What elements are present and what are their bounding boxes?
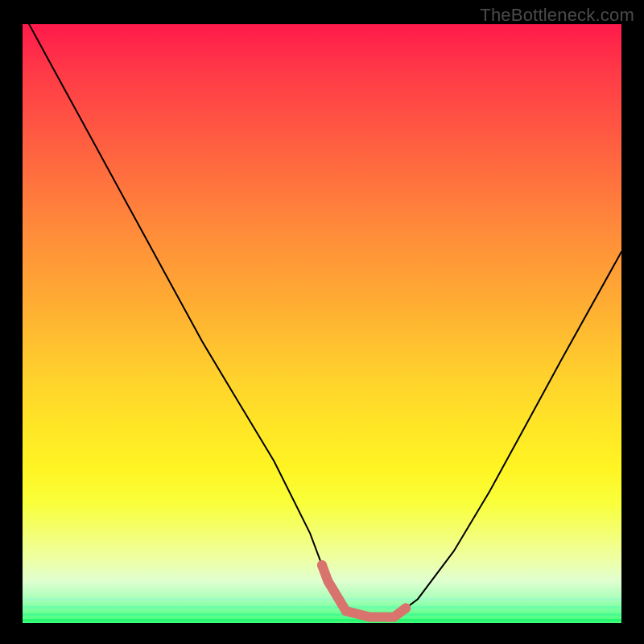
optimal-highlight — [322, 565, 406, 617]
curve-layer — [23, 24, 621, 623]
highlight-endpoint-left — [317, 560, 327, 570]
chart-frame: TheBottleneck.com — [0, 0, 644, 644]
watermark-text: TheBottleneck.com — [480, 5, 634, 26]
plot-area — [23, 24, 621, 623]
bottleneck-curve — [23, 24, 621, 617]
highlight-endpoint-right — [401, 603, 411, 613]
